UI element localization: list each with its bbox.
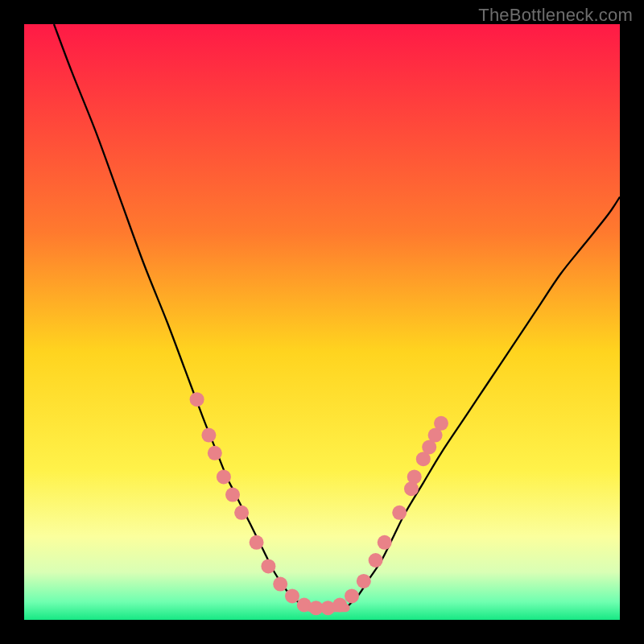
marker-point bbox=[357, 574, 371, 588]
watermark-text: TheBottleneck.com bbox=[478, 5, 633, 26]
marker-point bbox=[273, 577, 287, 592]
marker-point bbox=[225, 488, 240, 502]
marker-point bbox=[407, 469, 422, 484]
marker-point bbox=[190, 392, 204, 407]
marker-point bbox=[378, 535, 392, 550]
marker-point bbox=[208, 446, 222, 460]
marker-point bbox=[234, 506, 249, 520]
marker-point bbox=[217, 469, 231, 484]
marker-point bbox=[250, 535, 264, 550]
marker-point bbox=[261, 559, 275, 573]
chart-frame: TheBottleneck.com bbox=[0, 0, 644, 644]
marker-point bbox=[285, 588, 299, 603]
marker-point bbox=[369, 553, 383, 568]
marker-point bbox=[434, 416, 448, 431]
chart-svg bbox=[24, 24, 620, 620]
marker-point bbox=[345, 588, 359, 603]
marker-point bbox=[201, 428, 216, 443]
marker-point bbox=[332, 598, 347, 613]
chart-plot bbox=[24, 24, 620, 620]
marker-point bbox=[392, 506, 407, 520]
gradient-bg bbox=[24, 24, 620, 620]
